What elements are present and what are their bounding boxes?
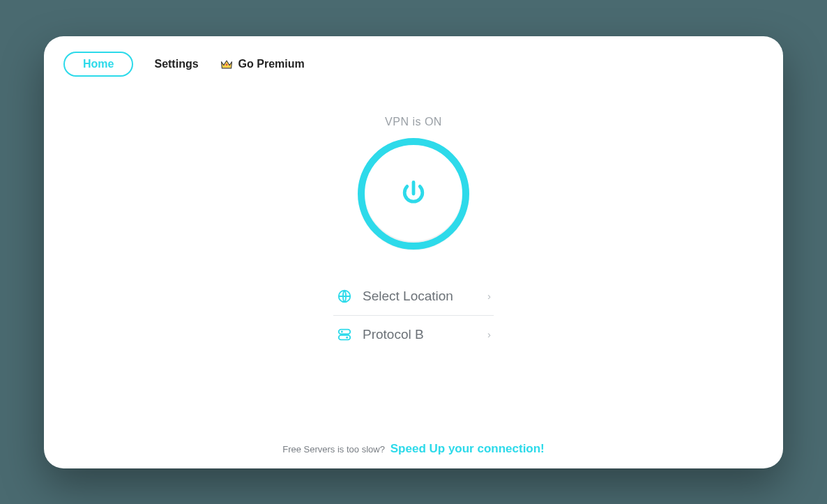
svg-rect-2 <box>339 329 351 333</box>
option-list: Select Location › Protocol B › <box>333 277 494 353</box>
select-location-label: Select Location <box>363 289 478 304</box>
chevron-right-icon: › <box>487 290 491 302</box>
svg-point-3 <box>341 330 343 333</box>
nav-tab-home[interactable]: Home <box>63 52 133 77</box>
svg-point-0 <box>225 63 227 66</box>
app-window: Home Settings Go Premium VPN is ON <box>44 36 783 468</box>
footer-text: Free Servers is too slow? <box>282 444 385 455</box>
protocol-label: Protocol B <box>363 327 478 342</box>
svg-rect-4 <box>339 335 351 339</box>
power-icon <box>398 178 429 209</box>
nav-tab-go-premium-label: Go Premium <box>238 58 305 70</box>
nav-tab-go-premium[interactable]: Go Premium <box>220 58 305 70</box>
crown-icon <box>220 58 234 70</box>
select-location-button[interactable]: Select Location › <box>333 277 494 315</box>
power-toggle-button[interactable] <box>358 138 469 250</box>
nav-tab-home-label: Home <box>83 58 114 70</box>
main-panel: VPN is ON Select Location › <box>44 77 783 435</box>
globe-icon <box>336 289 353 304</box>
protocol-icon <box>336 327 353 342</box>
vpn-status-text: VPN is ON <box>385 116 442 128</box>
nav-bar: Home Settings Go Premium <box>44 36 783 77</box>
svg-point-5 <box>346 336 348 338</box>
nav-tab-settings-label: Settings <box>154 58 198 70</box>
footer: Free Servers is too slow? Speed Up your … <box>44 435 783 468</box>
chevron-right-icon: › <box>487 328 491 340</box>
protocol-button[interactable]: Protocol B › <box>333 315 494 353</box>
nav-tab-settings[interactable]: Settings <box>154 58 198 70</box>
speed-up-link[interactable]: Speed Up your connection! <box>390 442 545 455</box>
